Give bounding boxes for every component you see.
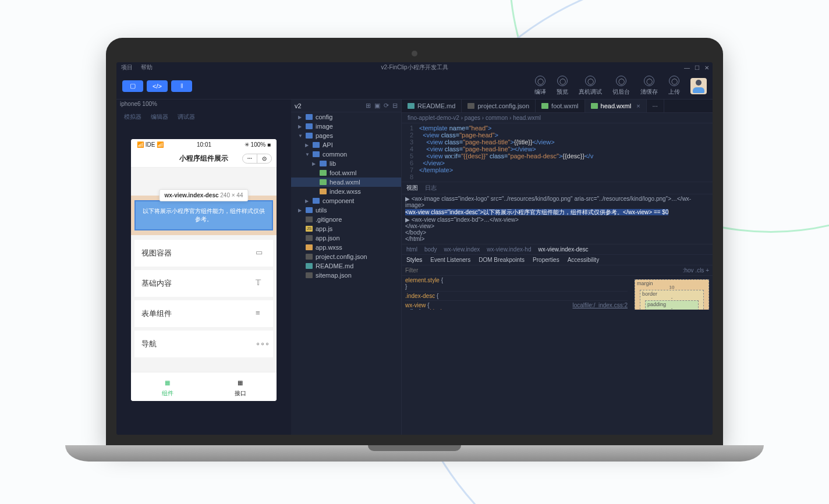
expand-icon[interactable]: ▶ (298, 124, 303, 129)
style-rules[interactable]: element.style {}.index-desc {</span></di… (402, 276, 631, 310)
file-tree-node[interactable]: ▶API (291, 140, 401, 150)
file-tree-node[interactable]: head.wxml (291, 178, 401, 187)
expand-icon[interactable]: ▶ (298, 208, 303, 213)
laptop-base (65, 445, 764, 462)
breadcrumb[interactable]: fino-applet-demo-v2 › pages › common › h… (402, 113, 713, 123)
wxml-icon (320, 179, 327, 185)
json-icon (306, 272, 313, 278)
tab-组件[interactable]: ▦组件 (131, 372, 204, 401)
file-tree-node[interactable]: ▶config (291, 112, 401, 122)
editor-mode-button[interactable]: </> (147, 80, 168, 92)
minimize-icon[interactable]: — (684, 65, 690, 71)
file-tree-node[interactable]: project.config.json (291, 252, 401, 261)
inspector-tooltip: wx-view.index-desc 240 × 44 (160, 189, 249, 201)
editor-tab[interactable]: head.wxml× (585, 100, 647, 112)
styles-subtab[interactable]: Styles (406, 257, 422, 263)
mode-label: 模拟器 (122, 113, 143, 121)
refresh-icon[interactable]: ⟳ (384, 102, 389, 109)
expand-icon[interactable]: ▶ (312, 161, 317, 166)
styles-subtab[interactable]: Accessibility (568, 257, 599, 263)
expand-icon[interactable]: ▼ (305, 152, 310, 157)
file-tree-node[interactable]: ▶lib (291, 159, 401, 168)
editor-panel: README.mdproject.config.jsonfoot.wxmlhea… (402, 100, 713, 435)
toolbar-action-切后台[interactable]: ◯切后台 (612, 76, 630, 96)
js-icon: JS (306, 226, 313, 232)
styles-filter-input[interactable] (402, 265, 679, 275)
crumb-item[interactable]: wx-view.index-hd (487, 246, 531, 253)
expand-icon[interactable]: ▼ (298, 133, 303, 139)
styles-subtab[interactable]: DOM Breakpoints (479, 257, 525, 263)
file-tree-node[interactable]: README.md (291, 261, 401, 271)
editor-tab[interactable]: foot.wxml (536, 100, 584, 112)
action-icon: ◯ (616, 76, 626, 86)
toolbar-action-编译[interactable]: ◯编译 (534, 76, 546, 96)
line-number: 4 (402, 145, 419, 152)
file-tree-node[interactable]: app.json (291, 233, 401, 243)
styles-subtab[interactable]: Event Listeners (430, 257, 470, 263)
devtools-tab[interactable]: 视图 (406, 184, 418, 192)
code-area[interactable]: 1<template name="head">2 <view class="pa… (402, 123, 713, 182)
menu-item[interactable]: 项目 (121, 63, 133, 72)
styles-subtab[interactable]: Properties (533, 257, 559, 263)
project-root[interactable]: v2 (295, 102, 302, 109)
file-tree-node[interactable]: index.wxss (291, 187, 401, 196)
debugger-mode-button[interactable]: ⫴ (171, 80, 192, 92)
maximize-icon[interactable]: ☐ (695, 65, 700, 71)
expand-icon[interactable]: ▶ (298, 115, 303, 120)
crumb-item[interactable]: html (406, 246, 417, 253)
capsule-button[interactable]: ··· ⊙ (242, 154, 272, 164)
more-tabs-icon[interactable]: ··· (647, 100, 664, 112)
component-list-item[interactable]: 表单组件≡ (134, 300, 273, 327)
hov-toggle[interactable]: :hov .cls + (679, 265, 713, 275)
collapse-icon[interactable]: ⊟ (392, 102, 398, 109)
new-folder-icon[interactable]: ▣ (374, 102, 380, 109)
menu-item[interactable]: 帮助 (141, 63, 153, 72)
devtools-tab[interactable]: 日志 (425, 184, 437, 192)
dom-tree[interactable]: ▶ <wx-image class="index-logo" src="../r… (402, 194, 713, 244)
toolbar-action-预览[interactable]: ◯预览 (557, 76, 568, 96)
component-list-item[interactable]: 基础内容𝕋 (134, 270, 273, 297)
simulator-mode-button[interactable]: ▢ (122, 80, 143, 92)
dom-breadcrumb[interactable]: htmlbodywx-view.indexwx-view.index-hdwx-… (402, 244, 713, 255)
component-list-item[interactable]: 视图容器▭ (134, 240, 273, 267)
folder-icon (306, 133, 313, 139)
highlighted-element[interactable]: 以下将展示小程序官方组件能力，组件样式仅供参考。 (134, 200, 273, 230)
list-item-icon: 𝕋 (256, 278, 266, 289)
list-item-icon: ▭ (256, 248, 266, 258)
file-tree-node[interactable]: .gitignore (291, 215, 401, 224)
file-tree-node[interactable]: ▼pages (291, 131, 401, 140)
device-label[interactable]: iphone6 100% (116, 100, 291, 110)
close-icon[interactable]: ✕ (704, 65, 709, 71)
line-number: 2 (402, 132, 419, 139)
crumb-item[interactable]: wx-view.index (444, 246, 480, 253)
toolbar-action-真机调试[interactable]: ◯真机调试 (579, 76, 602, 96)
folder-icon (313, 198, 320, 204)
mode-label: 调试器 (176, 113, 197, 121)
tab-接口[interactable]: ▦接口 (204, 372, 277, 401)
file-tree-node[interactable]: JSapp.js (291, 224, 401, 233)
crumb-item[interactable]: body (424, 246, 437, 253)
status-time: 10:01 (197, 141, 211, 148)
file-tree-node[interactable]: sitemap.json (291, 271, 401, 280)
editor-tab[interactable]: README.md (402, 100, 462, 112)
close-tab-icon[interactable]: × (636, 102, 640, 109)
line-number: 6 (402, 159, 419, 166)
file-tree-node[interactable]: ▶image (291, 122, 401, 131)
file-tree-node[interactable]: ▶utils (291, 205, 401, 215)
expand-icon[interactable]: ▶ (305, 143, 310, 148)
file-tree-node[interactable]: app.wxss (291, 243, 401, 252)
toolbar-action-上传[interactable]: ◯上传 (668, 76, 680, 96)
editor-tab[interactable]: project.config.json (462, 100, 536, 112)
toolbar-action-清缓存[interactable]: ◯清缓存 (640, 76, 658, 96)
crumb-item[interactable]: wx-view.index-desc (538, 246, 588, 253)
mode-label: 编辑器 (149, 113, 170, 121)
camera-icon (412, 51, 417, 56)
file-tree-node[interactable]: ▶component (291, 196, 401, 205)
new-file-icon[interactable]: ⊞ (366, 102, 371, 109)
expand-icon[interactable]: ▶ (305, 198, 310, 204)
file-tree-node[interactable]: ▼common (291, 150, 401, 159)
component-list-item[interactable]: 导航∘∘∘ (134, 331, 273, 357)
avatar[interactable] (690, 78, 707, 94)
file-tree-node[interactable]: foot.wxml (291, 168, 401, 178)
action-icon: ◯ (669, 76, 679, 86)
